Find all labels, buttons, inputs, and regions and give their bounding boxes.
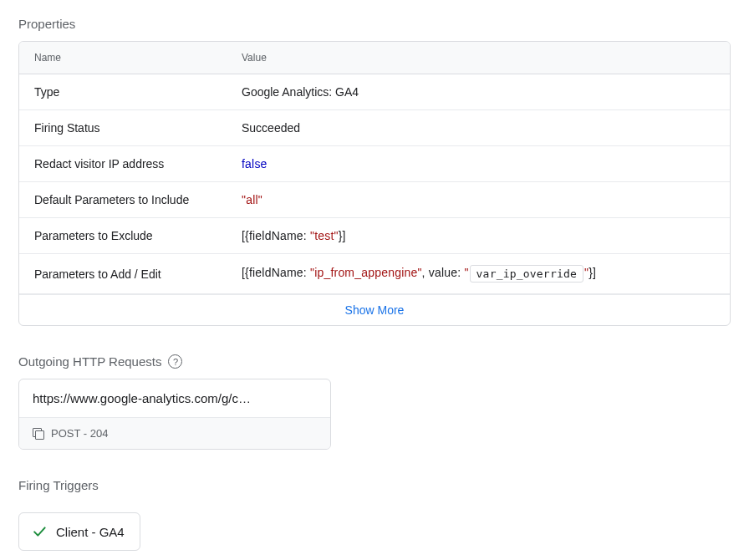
prop-name: Redact visitor IP address (19, 157, 227, 171)
code-text: [{fieldName: (242, 229, 310, 242)
table-row: Firing Status Succeeded (19, 110, 730, 146)
prop-value: false (227, 157, 730, 171)
properties-heading: Properties (18, 17, 731, 31)
trigger-chip[interactable]: Client - GA4 (18, 512, 140, 551)
code-string: "ip_from_appengine" (310, 266, 422, 279)
http-method-status: POST - 204 (51, 427, 108, 440)
table-row: Parameters to Exclude [{fieldName: "test… (19, 218, 730, 254)
check-icon (31, 523, 48, 540)
show-more-button[interactable]: Show More (19, 294, 730, 325)
code-string: "all" (242, 193, 262, 206)
prop-value: "all" (227, 193, 730, 206)
prop-value: Google Analytics: GA4 (227, 85, 730, 99)
code-text: }] (588, 266, 596, 279)
prop-name: Firing Status (19, 121, 227, 135)
help-icon[interactable]: ? (168, 354, 182, 369)
code-string: " (464, 266, 468, 279)
prop-value: Succeeded (227, 121, 730, 135)
code-text: , value: (422, 266, 465, 279)
code-string: "test" (310, 229, 339, 242)
prop-name: Default Parameters to Include (19, 193, 227, 206)
properties-table: Name Value Type Google Analytics: GA4 Fi… (18, 41, 731, 326)
code-text: [{fieldName: (242, 266, 310, 279)
prop-value: [{fieldName: "ip_from_appengine", value:… (227, 265, 730, 283)
code-text: }] (339, 229, 346, 242)
table-row: Type Google Analytics: GA4 (19, 74, 730, 110)
col-header-value: Value (227, 42, 730, 74)
firing-triggers-heading: Firing Triggers (18, 478, 731, 492)
http-request-card[interactable]: https://www.google-analytics.com/g/c… PO… (18, 379, 331, 450)
table-row: Parameters to Add / Edit [{fieldName: "i… (19, 254, 730, 294)
http-request-meta: POST - 204 (19, 417, 330, 449)
col-header-name: Name (19, 42, 227, 74)
prop-value: [{fieldName: "test"}] (227, 229, 730, 242)
http-request-url: https://www.google-analytics.com/g/c… (19, 379, 330, 417)
prop-name: Parameters to Exclude (19, 229, 227, 242)
table-row: Default Parameters to Include "all" (19, 182, 730, 218)
code-keyword: false (242, 157, 268, 171)
prop-name: Parameters to Add / Edit (19, 267, 227, 281)
properties-table-header: Name Value (19, 42, 730, 74)
copy-icon[interactable] (33, 428, 44, 440)
http-requests-heading: Outgoing HTTP Requests (18, 354, 161, 369)
prop-name: Type (19, 85, 227, 99)
table-row: Redact visitor IP address false (19, 146, 730, 182)
variable-chip[interactable]: var_ip_override (470, 265, 583, 283)
trigger-label: Client - GA4 (56, 525, 125, 539)
